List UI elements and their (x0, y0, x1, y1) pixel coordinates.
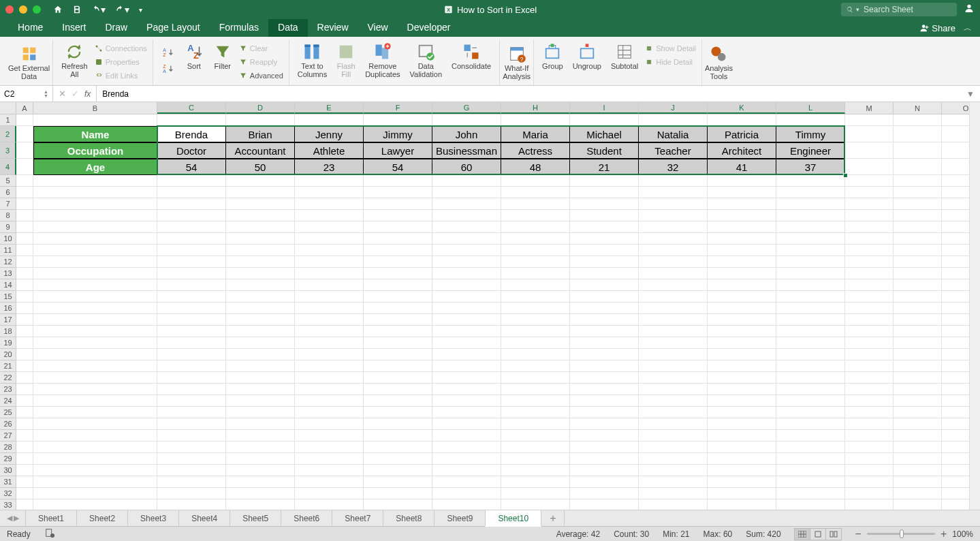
cell-E31[interactable] (295, 476, 364, 488)
zoom-out[interactable]: − (855, 528, 862, 540)
cell-D17[interactable] (226, 314, 295, 326)
cell-N28[interactable] (894, 442, 942, 453)
cell-F27[interactable] (364, 430, 432, 442)
row-header-30[interactable]: 30 (0, 465, 16, 476)
column-headers[interactable]: ABCDEFGHIJKLMNO (16, 102, 969, 114)
cell-M8[interactable] (845, 210, 894, 221)
cell-F29[interactable] (364, 453, 432, 465)
cell-B1[interactable] (33, 114, 157, 126)
col-header-K[interactable]: K (708, 102, 776, 114)
cell-J26[interactable] (639, 418, 708, 430)
cell-M20[interactable] (845, 349, 894, 360)
cell-K6[interactable] (708, 187, 776, 198)
cell-F25[interactable] (364, 407, 432, 418)
cell-H5[interactable] (501, 175, 570, 187)
cell-K28[interactable] (708, 442, 776, 453)
cell-E32[interactable] (295, 488, 364, 499)
cell-E20[interactable] (295, 349, 364, 360)
row-header-18[interactable]: 18 (0, 326, 16, 337)
collapse-ribbon-icon[interactable]: ︿ (964, 22, 972, 34)
cell-D25[interactable] (226, 407, 295, 418)
cell-B7[interactable] (33, 198, 157, 210)
cell-M32[interactable] (845, 488, 894, 499)
cell-C21[interactable] (157, 360, 226, 372)
row-header-12[interactable]: 12 (0, 256, 16, 268)
tab-home[interactable]: Home (8, 18, 52, 37)
cell-B28[interactable] (33, 442, 157, 453)
cell-L11[interactable] (776, 245, 845, 256)
cell-L2[interactable]: Timmy (776, 126, 845, 142)
cell-H28[interactable] (501, 442, 570, 453)
cell-H33[interactable] (501, 499, 570, 510)
cell-N22[interactable] (894, 372, 942, 384)
cell-A18[interactable] (16, 326, 33, 337)
cell-I14[interactable] (570, 279, 639, 291)
cell-A32[interactable] (16, 488, 33, 499)
cell-G31[interactable] (432, 476, 501, 488)
cell-H2[interactable]: Maria (501, 126, 570, 142)
name-box-stepper[interactable]: ▲▼ (44, 90, 48, 98)
reapply-button[interactable]: Reapply (239, 56, 283, 68)
cell-C20[interactable] (157, 349, 226, 360)
cell-I6[interactable] (570, 187, 639, 198)
cell-J28[interactable] (639, 442, 708, 453)
cell-N8[interactable] (894, 210, 942, 221)
cell-E24[interactable] (295, 395, 364, 407)
cell-N32[interactable] (894, 488, 942, 499)
cell-B21[interactable] (33, 360, 157, 372)
cell-C28[interactable] (157, 442, 226, 453)
cell-G24[interactable] (432, 395, 501, 407)
what-if-button[interactable]: ? What-If Analysis (500, 40, 534, 85)
cell-D22[interactable] (226, 372, 295, 384)
cell-J32[interactable] (639, 488, 708, 499)
cell-H19[interactable] (501, 337, 570, 349)
cell-N33[interactable] (894, 499, 942, 510)
cell-E27[interactable] (295, 430, 364, 442)
cell-I18[interactable] (570, 326, 639, 337)
cell-C22[interactable] (157, 372, 226, 384)
home-icon[interactable] (53, 5, 63, 14)
col-header-N[interactable]: N (894, 102, 942, 114)
cell-J8[interactable] (639, 210, 708, 221)
tab-insert[interactable]: Insert (52, 18, 95, 37)
cell-I22[interactable] (570, 372, 639, 384)
edit-links-button[interactable]: Edit Links (95, 69, 147, 82)
cell-J13[interactable] (639, 268, 708, 279)
cell-A13[interactable] (16, 268, 33, 279)
cell-M1[interactable] (845, 114, 894, 126)
cell-J7[interactable] (639, 198, 708, 210)
cell-J16[interactable] (639, 303, 708, 314)
cell-J6[interactable] (639, 187, 708, 198)
cell-D1[interactable] (226, 114, 295, 126)
cell-B25[interactable] (33, 407, 157, 418)
consolidate-button[interactable]: Consolidate (449, 42, 494, 70)
cell-L3[interactable]: Engineer (776, 142, 845, 159)
cell-L24[interactable] (776, 395, 845, 407)
cell-A28[interactable] (16, 442, 33, 453)
tab-page-layout[interactable]: Page Layout (137, 18, 210, 37)
cell-I29[interactable] (570, 453, 639, 465)
cell-D19[interactable] (226, 337, 295, 349)
spreadsheet-grid[interactable]: ABCDEFGHIJKLMNO 123456789101112131415161… (0, 102, 980, 510)
cell-F28[interactable] (364, 442, 432, 453)
cell-A12[interactable] (16, 256, 33, 268)
zoom-slider[interactable] (867, 533, 935, 535)
cell-B11[interactable] (33, 245, 157, 256)
cell-E25[interactable] (295, 407, 364, 418)
undo-icon[interactable]: ▾ (91, 4, 106, 15)
cell-C23[interactable] (157, 384, 226, 395)
tab-review[interactable]: Review (308, 18, 358, 37)
cell-A26[interactable] (16, 418, 33, 430)
cell-E5[interactable] (295, 175, 364, 187)
cell-N24[interactable] (894, 395, 942, 407)
cell-M16[interactable] (845, 303, 894, 314)
cell-B12[interactable] (33, 256, 157, 268)
cell-F30[interactable] (364, 465, 432, 476)
cell-H4[interactable]: 48 (501, 159, 570, 175)
cell-H16[interactable] (501, 303, 570, 314)
cell-I12[interactable] (570, 256, 639, 268)
cell-E2[interactable]: Jenny (295, 126, 364, 142)
cell-J27[interactable] (639, 430, 708, 442)
cell-A9[interactable] (16, 221, 33, 233)
cell-D8[interactable] (226, 210, 295, 221)
